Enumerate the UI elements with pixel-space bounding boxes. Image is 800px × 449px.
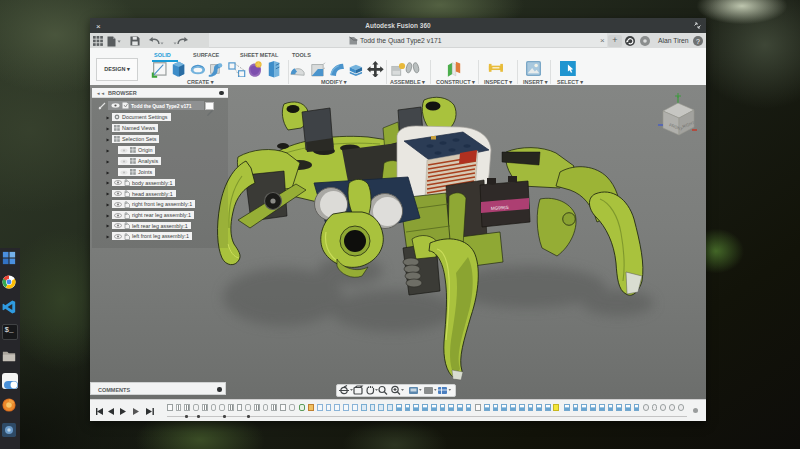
svg-text:?: ?: [696, 37, 700, 44]
